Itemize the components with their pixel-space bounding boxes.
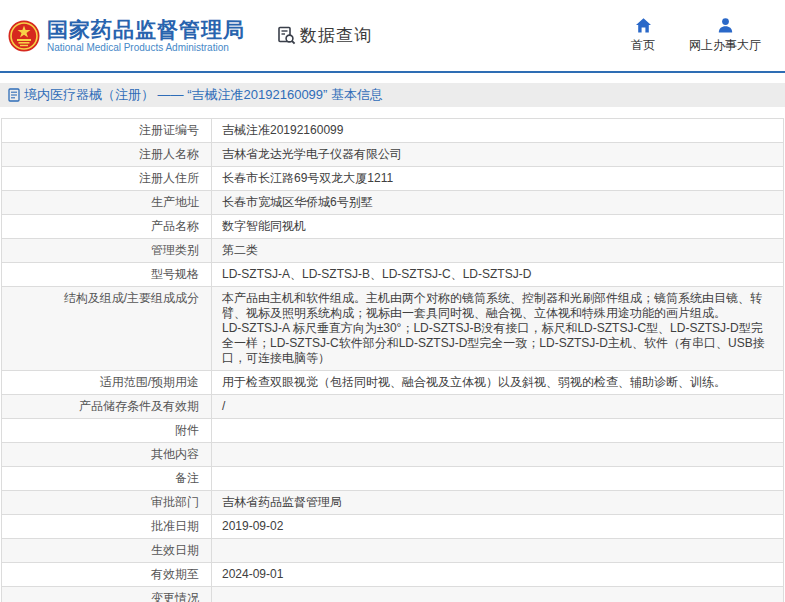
spacer [0,107,785,118]
national-emblem-icon [8,20,40,52]
table-row: 注册证编号吉械注准20192160099 [2,119,783,143]
row-label: 有效期至 [2,563,212,586]
row-label-text: 注册人住所 [139,171,199,186]
table-row: 其他内容 [2,443,783,467]
row-label-text: 型号规格 [151,267,199,282]
row-label: 审批部门 [2,491,212,514]
nav-item-online-hall[interactable]: 网上办事大厅 [689,17,761,54]
row-label: 型号规格 [2,263,212,286]
table-row: 变更情况 [2,587,783,602]
row-value: 数字智能同视机 [212,215,783,238]
row-value: 吉林省药品监督管理局 [212,491,783,514]
info-table: 注册证编号吉械注准20192160099注册人名称吉林省龙达光学电子仪器有限公司… [1,118,784,602]
table-row: 备注 [2,467,783,491]
row-label: 生产地址 [2,191,212,214]
agency-titles: 国家药品监督管理局 National Medical Products Admi… [47,18,245,54]
row-label-text: 注册人名称 [139,147,199,162]
agency-name-cn: 国家药品监督管理局 [47,18,245,42]
row-value: 第二类 [212,239,783,262]
row-label-text: 备注 [175,471,199,486]
table-row: 结构及组成/主要组成成分本产品由主机和软件组成。主机由两个对称的镜筒系统、控制器… [2,287,783,371]
nav-item-home[interactable]: 首页 [631,17,655,54]
row-label-text: 产品名称 [151,219,199,234]
page: 国家药品监督管理局 National Medical Products Admi… [0,0,785,602]
row-label: 注册人住所 [2,167,212,190]
row-label: 批准日期 [2,515,212,538]
row-label: 注册人名称 [2,143,212,166]
row-value: 本产品由主机和软件组成。主机由两个对称的镜筒系统、控制器和光刷部件组成；镜筒系统… [212,287,783,370]
breadcrumb: 境内医疗器械（注册） —— “吉械注准20192160099” 基本信息 [0,83,785,107]
row-label-text: 产品储存条件及有效期 [79,399,199,414]
row-label: 注册证编号 [2,119,212,142]
table-row: 生效日期 [2,539,783,563]
row-value: 长春市宽城区华侨城6号别墅 [212,191,783,214]
table-row: 批准日期2019-09-02 [2,515,783,539]
row-value [212,467,783,490]
row-label-text: 变更情况 [151,591,199,602]
document-icon [8,88,20,102]
site-header: 国家药品监督管理局 National Medical Products Admi… [0,0,785,71]
row-value: 吉械注准20192160099 [212,119,783,142]
home-icon [635,17,652,34]
row-value [212,443,783,466]
row-value [212,539,783,562]
row-label: 生效日期 [2,539,212,562]
page-title: 境内医疗器械（注册） —— “吉械注准20192160099” 基本信息 [24,86,383,104]
spacer [0,73,785,83]
table-row: 审批部门吉林省药品监督管理局 [2,491,783,515]
table-row: 生产地址长春市宽城区华侨城6号别墅 [2,191,783,215]
module-title: 数据查询 [300,24,372,47]
row-label-text: 管理类别 [151,243,199,258]
data-query-icon [277,26,296,45]
row-label: 备注 [2,467,212,490]
row-label: 其他内容 [2,443,212,466]
row-value [212,419,783,442]
row-label-text: 生效日期 [151,543,199,558]
row-value: 用于检查双眼视觉（包括同时视、融合视及立体视）以及斜视、弱视的检查、辅助诊断、训… [212,371,783,394]
table-row: 附件 [2,419,783,443]
row-label: 产品名称 [2,215,212,238]
row-label-text: 批准日期 [151,519,199,534]
data-query-module: 数据查询 [277,24,372,47]
row-label-text: 审批部门 [151,495,199,510]
row-value: 2019-09-02 [212,515,783,538]
row-label-text: 附件 [175,423,199,438]
row-label-text: 生产地址 [151,195,199,210]
row-label-text: 注册证编号 [139,123,199,138]
row-label: 变更情况 [2,587,212,602]
row-label-text: 有效期至 [151,567,199,582]
row-label: 结构及组成/主要组成成分 [2,287,212,370]
row-label-text: 适用范围/预期用途 [100,375,199,390]
person-icon [717,17,734,34]
row-value: 长春市长江路69号双龙大厦1211 [212,167,783,190]
row-value: LD-SZTSJ-A、LD-SZTSJ-B、LD-SZTSJ-C、LD-SZTS… [212,263,783,286]
table-row: 有效期至2024-09-01 [2,563,783,587]
row-value: 吉林省龙达光学电子仪器有限公司 [212,143,783,166]
row-label: 适用范围/预期用途 [2,371,212,394]
nav-label-online-hall: 网上办事大厅 [689,37,761,54]
agency-name-en: National Medical Products Administration [47,42,245,54]
table-row: 产品储存条件及有效期/ [2,395,783,419]
header-nav: 首页 网上办事大厅 [631,17,761,54]
row-value: 2024-09-01 [212,563,783,586]
row-label: 产品储存条件及有效期 [2,395,212,418]
table-row: 注册人住所长春市长江路69号双龙大厦1211 [2,167,783,191]
agency-logo[interactable]: 国家药品监督管理局 National Medical Products Admi… [8,18,245,54]
nav-label-home: 首页 [631,37,655,54]
row-label: 附件 [2,419,212,442]
row-value [212,587,783,602]
table-row: 注册人名称吉林省龙达光学电子仪器有限公司 [2,143,783,167]
table-row: 适用范围/预期用途用于检查双眼视觉（包括同时视、融合视及立体视）以及斜视、弱视的… [2,371,783,395]
row-label-text: 其他内容 [151,447,199,462]
row-label-text: 结构及组成/主要组成成分 [64,291,199,306]
table-row: 管理类别第二类 [2,239,783,263]
row-value: / [212,395,783,418]
table-row: 产品名称数字智能同视机 [2,215,783,239]
row-label: 管理类别 [2,239,212,262]
table-row: 型号规格LD-SZTSJ-A、LD-SZTSJ-B、LD-SZTSJ-C、LD-… [2,263,783,287]
